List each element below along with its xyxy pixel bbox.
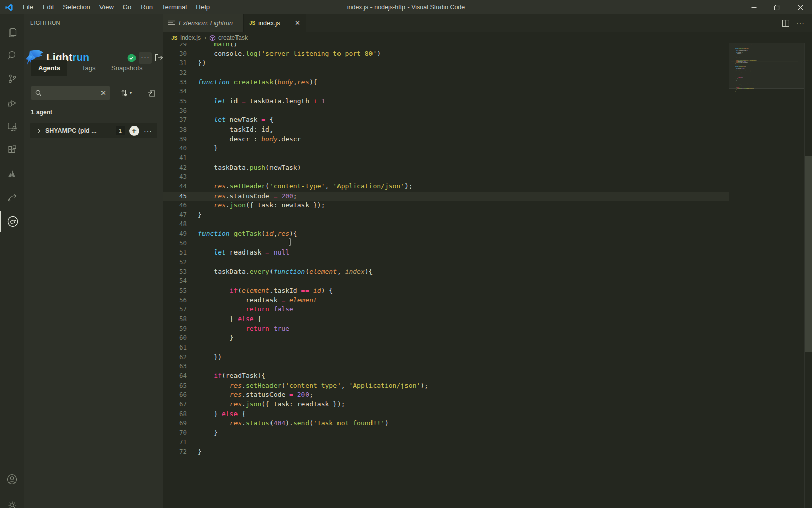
code-line-45[interactable]: 45 res.statusCode = 200; (163, 192, 729, 201)
chevron-right-icon[interactable] (30, 128, 45, 134)
vertical-scrollbar[interactable] (804, 43, 812, 508)
minimap[interactable]: 29 main()30 console.log('server listenin… (729, 43, 804, 508)
settings-gear-icon[interactable] (0, 495, 24, 508)
code-line-36[interactable]: 36 (163, 106, 729, 116)
code-line-49[interactable]: 49function getTask(id,res){ (163, 229, 729, 239)
tab-indexjs[interactable]: JS index.js ✕ (244, 14, 306, 32)
code-line-60[interactable]: 60 } (163, 333, 729, 343)
add-action-icon[interactable]: + (129, 126, 139, 136)
code-line-56[interactable]: 56 readTask = element (163, 296, 729, 305)
run-debug-icon[interactable] (0, 92, 24, 113)
breadcrumb-symbol[interactable]: createTask (218, 34, 248, 41)
panel-tab-agents[interactable]: Agents (31, 60, 67, 76)
source-control-icon[interactable] (0, 69, 24, 89)
line-number: 45 (163, 192, 187, 201)
breadcrumb-file[interactable]: index.js (180, 34, 201, 41)
code-line-31[interactable]: 31}) (163, 58, 729, 68)
line-number: 53 (163, 267, 187, 277)
split-editor-icon[interactable] (782, 20, 789, 27)
code-line-57[interactable]: 57 return false (163, 305, 729, 314)
indent-guide (198, 106, 198, 116)
code-line-48[interactable]: 48 (163, 219, 729, 229)
code-line-63[interactable]: 63 (163, 362, 729, 371)
clear-search-icon[interactable]: ✕ (99, 89, 110, 97)
code-line-72[interactable]: 72} (731, 91, 798, 92)
more-actions-icon[interactable]: ··· (796, 19, 805, 27)
menu-edit[interactable]: Edit (38, 0, 58, 14)
code-line-42[interactable]: 42 taskData.push(newTask) (163, 163, 729, 173)
code-line-68[interactable]: 68 } else { (163, 409, 729, 419)
files-icon[interactable] (0, 21, 24, 42)
sort-agents-button[interactable]: ▾ (115, 86, 139, 100)
code-line-58[interactable]: 58 } else { (163, 314, 729, 324)
code-line-44[interactable]: 44 res.setHeader('content-type', 'Applic… (163, 182, 729, 192)
code-line-41[interactable]: 41 (163, 153, 729, 163)
code-editor[interactable]: 29 main()30 console.log('server listenin… (163, 43, 812, 508)
code-line-52[interactable]: 52 (163, 258, 729, 267)
menu-run[interactable]: Run (136, 0, 157, 14)
panel-tab-snapshots[interactable]: Snapshots (104, 60, 149, 76)
agent-menu-icon[interactable]: ··· (144, 126, 152, 135)
code-line-65[interactable]: 65 res.setHeader('content-type', 'Applic… (163, 381, 729, 391)
thunder-client-icon[interactable] (0, 187, 24, 208)
search-icon[interactable] (0, 45, 24, 66)
close-icon[interactable] (789, 0, 812, 14)
code-line-46[interactable]: 46 res.json({ task: newTask }); (163, 201, 729, 210)
code-line-61[interactable]: 61 (163, 343, 729, 353)
code-line-34[interactable]: 34 (163, 87, 729, 97)
extensions-icon[interactable] (0, 140, 24, 161)
code-line-40[interactable]: 40 } (163, 144, 729, 153)
code-line-32[interactable]: 32 (163, 68, 729, 78)
close-tab-icon[interactable]: ✕ (295, 19, 300, 27)
atlassian-icon[interactable] (0, 164, 24, 184)
code-line-51[interactable]: 51 let readTask = null (163, 248, 729, 258)
code-line-29[interactable]: 29 main() (163, 43, 729, 49)
code-line-72[interactable]: 72} (163, 447, 729, 457)
code-line-54[interactable]: 54 (163, 276, 729, 286)
code-line-70[interactable]: 70 } (163, 428, 729, 438)
move-to-editor-button[interactable] (144, 86, 159, 100)
code-line-47[interactable]: 47} (163, 210, 729, 220)
line-text: taskData.push(newTask) (187, 163, 729, 173)
code-line-39[interactable]: 39 descr : body.descr (163, 135, 729, 144)
menu-file[interactable]: File (18, 0, 38, 14)
lightrun-icon[interactable] (0, 211, 24, 232)
code-line-55[interactable]: 55 if(element.taskId == id) { (163, 286, 729, 296)
indent-guide (198, 135, 198, 144)
code-line-33[interactable]: 33function createTask(body,res){ (163, 78, 729, 87)
scrollbar-thumb[interactable] (805, 156, 812, 352)
menu-selection[interactable]: Selection (58, 0, 94, 14)
code-line-37[interactable]: 37 let newTask = { (163, 115, 729, 125)
menu-terminal[interactable]: Terminal (157, 0, 191, 14)
remote-explorer-icon[interactable] (0, 116, 24, 137)
code-line-71[interactable]: 71 (163, 438, 729, 448)
code-line-50[interactable]: 50 (163, 239, 729, 248)
line-text: main() (187, 43, 729, 49)
code-line-69[interactable]: 69 res.status(404).send('Task not found!… (163, 419, 729, 428)
code-line-66[interactable]: 66 res.statusCode = 200; (163, 390, 729, 400)
tab-extension-lightrun[interactable]: Extension: Lightrun (163, 14, 244, 32)
agent-search-box[interactable]: ✕ (31, 86, 110, 100)
line-text: return false (187, 305, 729, 314)
indent-guide (198, 419, 198, 428)
restore-icon[interactable] (765, 0, 789, 14)
activity-bar (0, 14, 24, 508)
code-line-59[interactable]: 59 return true (163, 324, 729, 334)
code-line-64[interactable]: 64 if(readTask){ (163, 371, 729, 381)
code-line-67[interactable]: 67 res.json({ task: readTask }); (163, 400, 729, 409)
minimize-icon[interactable] (742, 0, 765, 14)
menu-go[interactable]: Go (118, 0, 136, 14)
code-line-38[interactable]: 38 taskId: id, (163, 125, 729, 135)
code-line-35[interactable]: 35 let id = taskData.length + 1 (163, 97, 729, 106)
menu-help[interactable]: Help (191, 0, 214, 14)
panel-tab-tags[interactable]: Tags (75, 60, 103, 76)
search-input[interactable] (42, 89, 99, 97)
menu-view[interactable]: View (95, 0, 118, 14)
code-line-30[interactable]: 30 console.log('server listening to port… (163, 49, 729, 59)
account-icon[interactable] (0, 469, 24, 489)
code-line-53[interactable]: 53 taskData.every(function(element, inde… (163, 267, 729, 277)
agent-row[interactable]: SHYAMPC (pid ... 1 + ··· (30, 123, 157, 138)
indent-guide (230, 305, 230, 314)
code-line-43[interactable]: 43 (163, 172, 729, 182)
code-line-62[interactable]: 62 }) (163, 353, 729, 362)
